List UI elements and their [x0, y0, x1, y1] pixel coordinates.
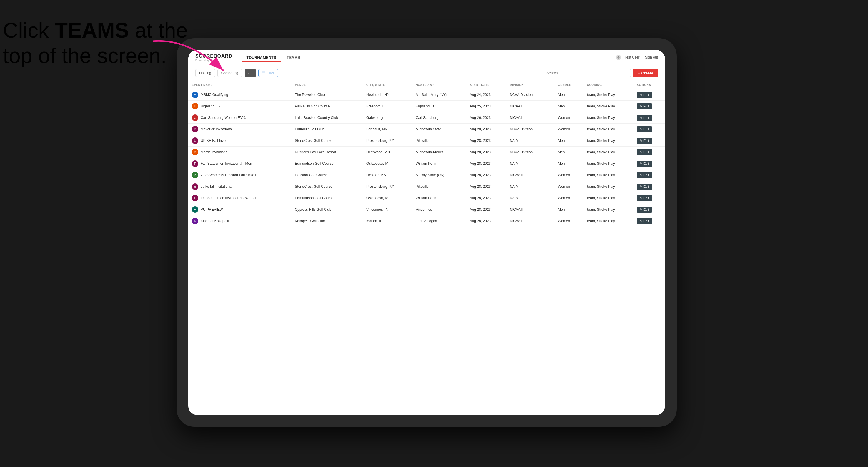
cell-start-date: Aug 28, 2023: [466, 158, 506, 169]
cell-event-name: M Maverick Invitational: [188, 124, 291, 135]
cell-venue: Kokopelli Golf Club: [291, 215, 363, 227]
cell-hosted-by: Pikeville: [412, 135, 466, 147]
cell-division: NAIA: [506, 158, 554, 169]
filter-label: Filter: [267, 71, 275, 75]
cell-city: Marion, IL: [363, 215, 412, 227]
edit-button[interactable]: ✎ Edit: [637, 172, 652, 178]
edit-button[interactable]: ✎ Edit: [637, 103, 652, 110]
cell-city: Deerwood, MN: [363, 147, 412, 158]
edit-button[interactable]: ✎ Edit: [637, 184, 652, 190]
cell-hosted-by: Minnesota State: [412, 124, 466, 135]
cell-division: NAIA: [506, 192, 554, 204]
event-name-text: Morris Invitational: [201, 150, 228, 154]
edit-button[interactable]: ✎ Edit: [637, 126, 652, 132]
cell-start-date: Aug 24, 2023: [466, 89, 506, 101]
event-name-text: Klash at Kokopelli: [201, 219, 228, 223]
edit-button[interactable]: ✎ Edit: [637, 161, 652, 167]
filter-button[interactable]: ☰ Filter: [258, 69, 278, 77]
event-name-text: Fall Statesmen Invitational - Women: [201, 196, 257, 200]
col-division: DIVISION: [506, 81, 554, 89]
cell-division: NCAA Division III: [506, 89, 554, 101]
edit-button[interactable]: ✎ Edit: [637, 218, 652, 224]
edit-button[interactable]: ✎ Edit: [637, 115, 652, 121]
table-row: u upike fall invitational StoneCrest Gol…: [188, 181, 665, 192]
nav-tournaments[interactable]: TOURNAMENTS: [242, 54, 281, 62]
cell-venue: Hesston Golf Course: [291, 169, 363, 181]
cell-scoring: team, Stroke Play: [584, 181, 633, 192]
create-button[interactable]: + Create: [633, 69, 658, 77]
table-row: M MSMC Qualifying 1 The Powelton Club Ne…: [188, 89, 665, 101]
edit-icon: ✎: [640, 139, 642, 143]
cell-venue: Cypress Hills Golf Club: [291, 204, 363, 215]
cell-event-name: 2 2023 Women's Hesston Fall Kickoff: [188, 169, 291, 181]
cell-scoring: team, Stroke Play: [584, 147, 633, 158]
cell-hosted-by: Pikeville: [412, 181, 466, 192]
settings-icon[interactable]: ⚙: [616, 55, 621, 60]
event-name-text: upike fall invitational: [201, 185, 232, 189]
cell-event-name: u upike fall invitational: [188, 181, 291, 192]
event-name-text: VU PREVIEW: [201, 208, 223, 212]
nav-teams[interactable]: TEAMS: [282, 54, 305, 62]
logo-sub: Powered by Clippit: [195, 59, 232, 62]
team-icon: K: [192, 218, 198, 224]
cell-scoring: team, Stroke Play: [584, 101, 633, 112]
edit-button[interactable]: ✎ Edit: [637, 92, 652, 98]
event-name-text: Carl Sandburg Women FA23: [201, 116, 246, 120]
edit-button[interactable]: ✎ Edit: [637, 195, 652, 201]
cell-gender: Men: [554, 101, 584, 112]
search-input[interactable]: [542, 69, 631, 77]
edit-icon: ✎: [640, 219, 642, 223]
cell-division: NAIA: [506, 181, 554, 192]
event-name-text: UPIKE Fall Invite: [201, 138, 227, 143]
table-row: K Klash at Kokopelli Kokopelli Golf Club…: [188, 215, 665, 227]
col-city-state: CITY, STATE: [363, 81, 412, 89]
cell-city: Oskaloosa, IA: [363, 158, 412, 169]
cell-hosted-by: Minnesota-Morris: [412, 147, 466, 158]
competing-button[interactable]: Competing: [217, 69, 242, 77]
cell-venue: Ruttger's Bay Lake Resort: [291, 147, 363, 158]
table-row: M Morris Invitational Ruttger's Bay Lake…: [188, 147, 665, 158]
main-nav: TOURNAMENTS TEAMS: [242, 54, 616, 61]
cell-division: NCAA Division II: [506, 124, 554, 135]
cell-hosted-by: Carl Sandburg: [412, 112, 466, 124]
cell-division: NICAA I: [506, 112, 554, 124]
cell-start-date: Aug 28, 2023: [466, 204, 506, 215]
cell-division: NCAA Division III: [506, 147, 554, 158]
edit-button[interactable]: ✎ Edit: [637, 207, 652, 213]
edit-icon: ✎: [640, 127, 642, 131]
table-row: 2 2023 Women's Hesston Fall Kickoff Hess…: [188, 169, 665, 181]
cell-gender: Men: [554, 89, 584, 101]
cell-actions: ✎ Edit: [633, 158, 665, 169]
cell-venue: Edmundson Golf Course: [291, 158, 363, 169]
table-header: EVENT NAME VENUE CITY, STATE HOSTED BY S…: [188, 81, 665, 89]
hosting-button[interactable]: Hosting: [195, 69, 215, 77]
edit-button[interactable]: ✎ Edit: [637, 138, 652, 144]
cell-scoring: team, Stroke Play: [584, 112, 633, 124]
signout-link[interactable]: Sign out: [645, 55, 658, 59]
cell-hosted-by: Vincennes: [412, 204, 466, 215]
toolbar: Hosting Competing All ☰ Filter + Create: [188, 65, 665, 81]
cell-gender: Women: [554, 215, 584, 227]
cell-actions: ✎ Edit: [633, 169, 665, 181]
col-actions: ACTIONS: [633, 81, 665, 89]
cell-venue: Edmundson Golf Course: [291, 192, 363, 204]
team-icon: 2: [192, 172, 198, 178]
cell-venue: The Powelton Club: [291, 89, 363, 101]
cell-hosted-by: William Penn: [412, 158, 466, 169]
cell-scoring: team, Stroke Play: [584, 192, 633, 204]
cell-scoring: team, Stroke Play: [584, 215, 633, 227]
cell-city: Newburgh, NY: [363, 89, 412, 101]
cell-hosted-by: Mt. Saint Mary (NY): [412, 89, 466, 101]
edit-icon: ✎: [640, 116, 642, 120]
edit-icon: ✎: [640, 196, 642, 200]
cell-actions: ✎ Edit: [633, 112, 665, 124]
cell-start-date: Aug 28, 2023: [466, 169, 506, 181]
cell-gender: Men: [554, 158, 584, 169]
edit-icon: ✎: [640, 173, 642, 177]
team-icon: U: [192, 137, 198, 144]
all-button[interactable]: All: [245, 69, 256, 77]
edit-button[interactable]: ✎ Edit: [637, 149, 652, 155]
col-venue: VENUE: [291, 81, 363, 89]
user-text: Test User |: [625, 55, 642, 59]
highlight-teams: TEAMS: [55, 19, 129, 42]
